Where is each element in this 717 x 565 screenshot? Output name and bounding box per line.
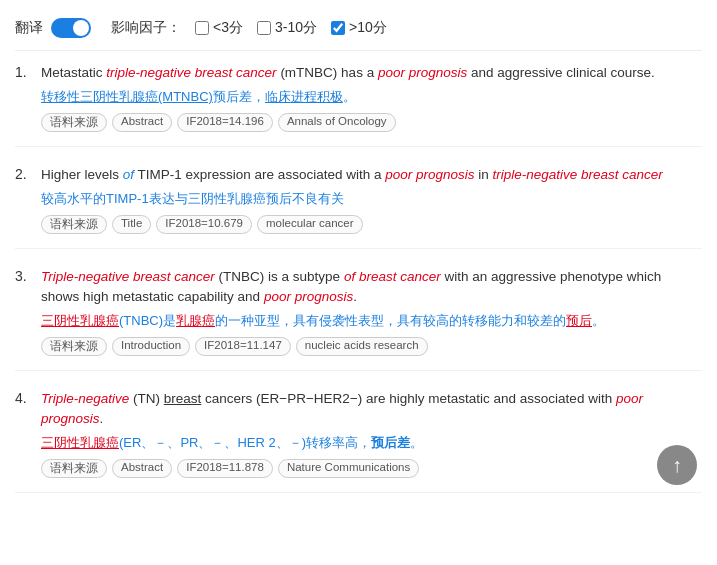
zh3-term3: 预后 [566, 313, 592, 328]
tag-journal[interactable]: Annals of Oncology [278, 113, 396, 132]
filter-lt3-label: <3分 [213, 19, 243, 37]
result-en-1: Metastatic triple-negative breast cancer… [41, 63, 702, 83]
results-list: 1. Metastatic triple-negative breast can… [15, 63, 702, 493]
tag-source3[interactable]: 语料来源 [41, 337, 107, 356]
result-en-3: Triple-negative breast cancer (TNBC) is … [41, 267, 702, 308]
filter-label: 影响因子： [111, 19, 181, 37]
result-item-4: 4. Triple-negative (TN) breast cancers (… [15, 389, 702, 493]
result-zh-4: 三阴性乳腺癌(ER、－、PR、－、HER 2、－)转移率高，预后差。 [41, 433, 702, 453]
zh1-term2: 临床进程积极 [265, 89, 343, 104]
result-tags-4: 语料来源 Abstract IF2018=11.878 Nature Commu… [41, 459, 702, 478]
tag-journal3[interactable]: nucleic acids research [296, 337, 428, 356]
zh4-text2: 。 [410, 435, 423, 450]
tag-abstract[interactable]: Abstract [112, 113, 172, 132]
zh3-text2: 的一种亚型，具有侵袭性表型，具有较高的转移能力和较差的预后。 [215, 313, 605, 328]
tag-source4[interactable]: 语料来源 [41, 459, 107, 478]
result-content-1: Metastatic triple-negative breast cancer… [41, 63, 702, 132]
result-en-4: Triple-negative (TN) breast cancers (ER−… [41, 389, 702, 430]
filter-3to10-label: 3-10分 [275, 19, 317, 37]
en4-term1: Triple-negative [41, 391, 129, 406]
en1-term1: triple-negative breast cancer [106, 65, 276, 80]
toggle-track [51, 18, 91, 38]
result-item-1: 1. Metastatic triple-negative breast can… [15, 63, 702, 147]
toggle-thumb [73, 20, 89, 36]
filter-gt10-label: >10分 [349, 19, 387, 37]
tag-abstract4[interactable]: Abstract [112, 459, 172, 478]
result-number-3: 3. [15, 267, 33, 356]
zh3-term2: 乳腺癌 [176, 313, 215, 328]
result-number-1: 1. [15, 63, 33, 132]
result-item-2: 2. Higher levels of TIMP-1 expression ar… [15, 165, 702, 249]
zh1-term1: 转移性三阴性乳腺癌(MTNBC) [41, 89, 213, 104]
result-tags-3: 语料来源 Introduction IF2018=11.147 nucleic … [41, 337, 702, 356]
tag-if4: IF2018=11.878 [177, 459, 273, 478]
filter-lt3[interactable]: <3分 [195, 19, 243, 37]
tag-if: IF2018=14.196 [177, 113, 273, 132]
filter-gt10[interactable]: >10分 [331, 19, 387, 37]
tag-intro[interactable]: Introduction [112, 337, 190, 356]
result-number-2: 2. [15, 165, 33, 234]
result-tags-2: 语料来源 Title IF2018=10.679 molecular cance… [41, 215, 702, 234]
en1-term2: poor prognosis [378, 65, 467, 80]
zh3-text1: (TNBC)是 [119, 313, 176, 328]
scroll-top-icon: ↑ [672, 454, 682, 477]
tag-title[interactable]: Title [112, 215, 151, 234]
zh4-text1: (ER、－、PR、－、HER 2、－)转移率高， [119, 435, 371, 450]
filter-3to10[interactable]: 3-10分 [257, 19, 317, 37]
result-zh-2: 较高水平的TIMP-1表达与三阴性乳腺癌预后不良有关 [41, 189, 702, 209]
tag-journal2[interactable]: molecular cancer [257, 215, 363, 234]
filter-gt10-checkbox[interactable] [331, 21, 345, 35]
result-content-2: Higher levels of TIMP-1 expression are a… [41, 165, 702, 234]
translate-label: 翻译 [15, 19, 43, 37]
result-zh-1: 转移性三阴性乳腺癌(MTNBC)预后差，临床进程积极。 [41, 87, 702, 107]
filter-lt3-checkbox[interactable] [195, 21, 209, 35]
tag-if3: IF2018=11.147 [195, 337, 291, 356]
tag-source[interactable]: 语料来源 [41, 113, 107, 132]
zh4-term1: 三阴性乳腺癌 [41, 435, 119, 450]
en3-term1: Triple-negative breast cancer [41, 269, 215, 284]
result-content-3: Triple-negative breast cancer (TNBC) is … [41, 267, 702, 356]
tag-if2: IF2018=10.679 [156, 215, 252, 234]
result-content-4: Triple-negative (TN) breast cancers (ER−… [41, 389, 702, 478]
translate-section: 翻译 [15, 18, 91, 38]
en2-term2: triple-negative breast cancer [493, 167, 663, 182]
en2-of: of [123, 167, 134, 182]
filter-3to10-checkbox[interactable] [257, 21, 271, 35]
en3-term2: of breast cancer [344, 269, 441, 284]
en3-term3: poor prognosis [264, 289, 353, 304]
zh3-term1: 三阴性乳腺癌 [41, 313, 119, 328]
zh2-text: 较高水平的TIMP-1表达与三阴性乳腺癌预后不良有关 [41, 191, 344, 206]
result-zh-3: 三阴性乳腺癌(TNBC)是乳腺癌的一种亚型，具有侵袭性表型，具有较高的转移能力和… [41, 311, 702, 331]
result-tags-1: 语料来源 Abstract IF2018=14.196 Annals of On… [41, 113, 702, 132]
result-en-2: Higher levels of TIMP-1 expression are a… [41, 165, 702, 185]
en2-term1: poor prognosis [385, 167, 474, 182]
filter-section: 影响因子： <3分 3-10分 >10分 [111, 19, 387, 37]
toolbar: 翻译 影响因子： <3分 3-10分 >10分 [15, 10, 702, 51]
tag-source2[interactable]: 语料来源 [41, 215, 107, 234]
translate-toggle[interactable] [51, 18, 91, 38]
result-item-3: 3. Triple-negative breast cancer (TNBC) … [15, 267, 702, 371]
tag-journal4[interactable]: Nature Communications [278, 459, 419, 478]
result-number-4: 4. [15, 389, 33, 478]
en4-term3: poor prognosis [41, 391, 643, 426]
zh4-term2: 预后差 [371, 435, 410, 450]
scroll-top-button[interactable]: ↑ [657, 445, 697, 485]
en4-term2: breast [164, 391, 202, 406]
zh1-text1: 预后差， [213, 89, 265, 104]
